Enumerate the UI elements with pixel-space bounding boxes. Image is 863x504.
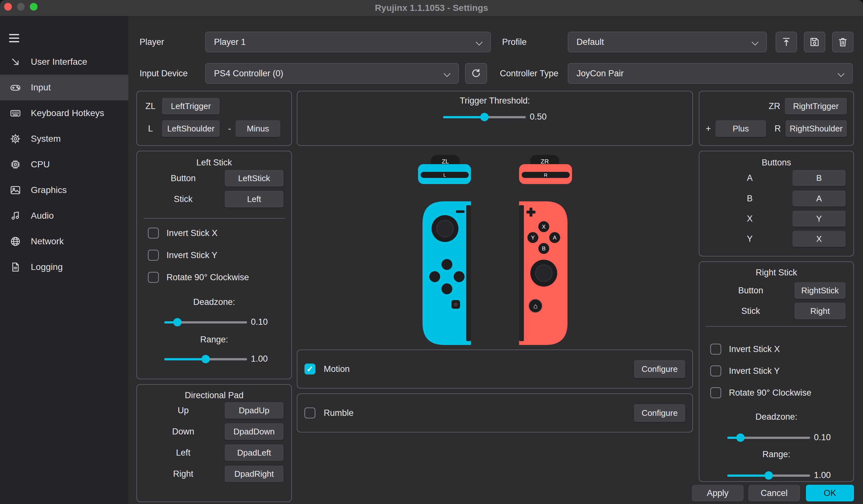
button-b-label: B (707, 194, 792, 204)
button-x-binding-button[interactable]: Y (792, 211, 846, 227)
left-range-slider[interactable] (164, 355, 247, 363)
right-invert-stick-y-checkbox[interactable] (710, 365, 721, 376)
settings-window: Ryujinx 1.1.1053 - Settings User Interfa… (0, 0, 863, 504)
left-rotate-checkbox[interactable] (148, 272, 159, 283)
right-invert-stick-x-checkbox[interactable] (710, 344, 721, 354)
delete-profile-button[interactable] (832, 32, 853, 52)
trigger-threshold-label: Trigger Threshold: (297, 96, 692, 106)
dpad-right-binding-button[interactable]: DpadRight (225, 466, 284, 482)
left-invert-stick-y-label: Invert Stick Y (166, 250, 217, 260)
left-invert-stick-y-checkbox[interactable] (148, 250, 159, 261)
image-icon (10, 184, 21, 196)
close-window-button[interactable] (4, 3, 12, 11)
profile-dropdown[interactable]: Default (568, 32, 767, 52)
l-binding-button[interactable]: LeftShoulder (162, 120, 220, 137)
sidebar-item-network[interactable]: Network (0, 229, 128, 254)
plus-binding-button[interactable]: Plus (715, 120, 766, 137)
rumble-checkbox[interactable] (304, 408, 315, 418)
right-range-slider-thumb[interactable] (764, 471, 773, 480)
left-invert-stick-x-checkbox[interactable] (148, 228, 159, 238)
sidebar-item-audio[interactable]: Audio (0, 203, 128, 229)
left-stick-title: Left Stick (137, 158, 291, 168)
motion-checkbox[interactable] (304, 364, 315, 374)
zl-binding-button[interactable]: LeftTrigger (162, 98, 220, 115)
sidebar-item-label: CPU (31, 159, 50, 170)
joycon-b-button-label: B (542, 246, 546, 252)
sidebar-item-cpu[interactable]: CPU (0, 152, 128, 177)
button-y-binding-button[interactable]: X (792, 231, 846, 247)
globe-icon (10, 236, 21, 247)
right-deadzone-slider[interactable] (727, 434, 810, 442)
right-range-slider[interactable] (727, 471, 810, 480)
sidebar-item-keyboard-hotkeys[interactable]: Keyboard Hotkeys (0, 100, 128, 126)
button-x-label: X (707, 214, 792, 224)
minus-binding-button[interactable]: Minus (236, 120, 280, 137)
minimize-window-button[interactable] (17, 3, 25, 11)
sidebar-item-label: Input (31, 82, 51, 93)
joycon-left-top-view: ZL L (418, 155, 471, 184)
controller-type-dropdown[interactable]: JoyCon Pair (568, 63, 853, 84)
right-deadzone-value: 0.10 (814, 432, 831, 442)
save-profile-button[interactable] (804, 32, 825, 52)
sidebar-item-input[interactable]: Input (0, 75, 128, 100)
motion-configure-button[interactable]: Configure (634, 360, 685, 378)
player-dropdown[interactable]: Player 1 (205, 32, 491, 52)
sidebar-item-user-interface[interactable]: User Interface (0, 49, 128, 75)
button-a-binding-button[interactable]: B (792, 170, 846, 186)
left-deadzone-label: Deadzone: (137, 297, 291, 307)
rumble-configure-button[interactable]: Configure (634, 404, 685, 422)
zl-label: ZL (143, 101, 158, 111)
hamburger-menu-icon[interactable] (9, 34, 19, 42)
sidebar-item-graphics[interactable]: Graphics (0, 177, 128, 203)
zoom-window-button[interactable] (30, 3, 38, 11)
joycon-left-body (423, 201, 471, 345)
right-stick-button-binding-button[interactable]: RightStick (795, 282, 846, 299)
apply-button[interactable]: Apply (692, 485, 744, 502)
right-stick-stick-binding-button[interactable]: Right (795, 303, 846, 319)
left-deadzone-slider-thumb[interactable] (173, 318, 182, 326)
left-stick-panel: Left Stick Button LeftStick Stick Left I… (136, 151, 292, 379)
right-range-label: Range: (699, 450, 853, 460)
directional-pad-panel: Directional Pad Up DpadUp Down DpadDown … (136, 384, 292, 502)
plus-label: + (706, 124, 711, 134)
music-note-icon (10, 210, 21, 221)
sidebar-item-system[interactable]: System (0, 126, 128, 152)
dpad-up-binding-button[interactable]: DpadUp (225, 402, 284, 419)
dpad-down-label: Down (145, 427, 222, 437)
traffic-lights (4, 3, 38, 11)
sidebar-item-label: User Interface (31, 57, 87, 67)
sidebar-item-logging[interactable]: Logging (0, 254, 128, 280)
refresh-devices-button[interactable] (465, 63, 487, 84)
sidebar-items: User Interface Input Keyboard Hotkeys Sy… (0, 49, 128, 280)
left-stick-stick-binding-button[interactable]: Left (225, 191, 284, 207)
trigger-threshold-slider-thumb[interactable] (480, 113, 489, 121)
ok-button[interactable]: OK (806, 485, 854, 502)
gear-icon (10, 133, 21, 145)
right-trigger-panel: ZR RightTrigger + Plus R RightShoulder (699, 91, 854, 146)
right-deadzone-slider-thumb[interactable] (736, 434, 745, 442)
left-stick-button-binding-button[interactable]: LeftStick (225, 170, 284, 186)
load-profile-button[interactable] (776, 32, 797, 52)
divider (143, 218, 285, 219)
left-range-slider-thumb[interactable] (201, 355, 210, 363)
dpad-left-binding-button[interactable]: DpadLeft (225, 444, 284, 461)
cancel-button[interactable]: Cancel (748, 485, 800, 502)
l-label: L (143, 124, 158, 134)
input-device-dropdown[interactable]: PS4 Controller (0) (205, 63, 459, 84)
right-rotate-row: Rotate 90° Clockwise (710, 386, 850, 399)
left-deadzone-slider[interactable] (164, 318, 247, 326)
controller-type-dropdown-value: JoyCon Pair (576, 69, 624, 79)
right-rotate-checkbox[interactable] (710, 387, 721, 398)
zr-binding-button[interactable]: RightTrigger (785, 98, 847, 115)
rumble-label: Rumble (324, 408, 353, 418)
gamepad-icon (10, 82, 21, 93)
trigger-threshold-slider[interactable] (443, 113, 526, 121)
sidebar-item-label: Network (31, 236, 64, 247)
sidebar-item-label: Graphics (31, 185, 67, 195)
home-icon: ⌂ (533, 302, 537, 310)
dpad-down-binding-button[interactable]: DpadDown (225, 423, 284, 440)
r-binding-button[interactable]: RightShoulder (785, 120, 847, 137)
left-rotate-label: Rotate 90° Clockwise (166, 272, 249, 283)
button-b-binding-button[interactable]: A (792, 191, 846, 206)
profile-dropdown-value: Default (576, 37, 604, 47)
